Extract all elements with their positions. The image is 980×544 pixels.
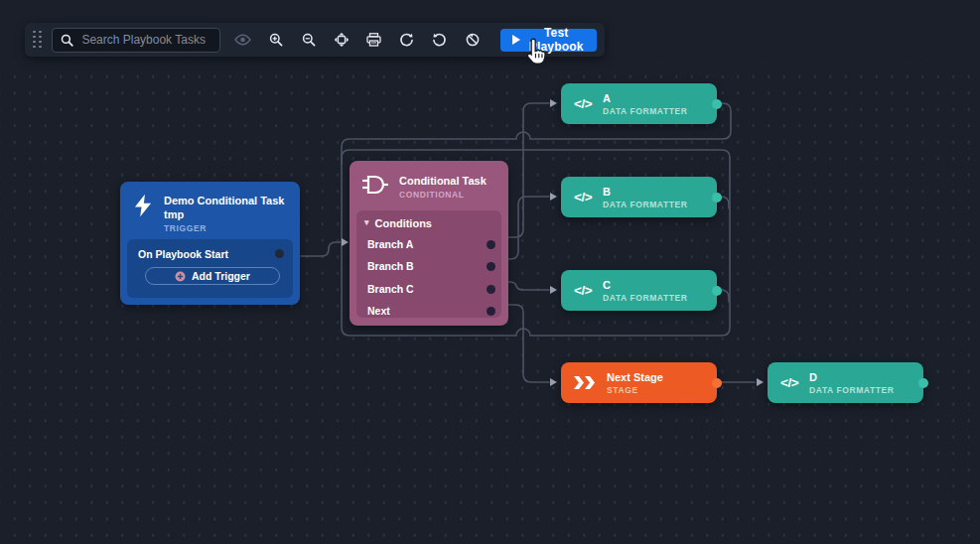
trigger-type-label: TRIGGER xyxy=(164,223,288,233)
conditional-title: Conditional Task xyxy=(399,174,487,188)
next-stage-title: Next Stage xyxy=(607,370,663,384)
trigger-output-port[interactable] xyxy=(275,249,284,258)
plus-circle-icon xyxy=(175,271,186,282)
condition-row-branch-b[interactable]: Branch B xyxy=(356,255,501,277)
code-icon: </> xyxy=(574,190,592,204)
double-chevron-icon xyxy=(574,376,596,389)
redo-icon xyxy=(399,33,414,48)
branch-c-label: Branch C xyxy=(367,283,414,295)
circle-slash-icon xyxy=(466,33,480,47)
branch-b-label: Branch B xyxy=(367,260,414,272)
visibility-button[interactable] xyxy=(226,27,259,53)
disable-button[interactable] xyxy=(456,27,489,53)
chevron-down-icon: ▾ xyxy=(364,213,369,232)
test-playbook-button[interactable]: Test Playbook xyxy=(500,29,597,52)
formatter-b-output-port[interactable] xyxy=(712,193,722,203)
formatter-a-title: A xyxy=(603,91,688,105)
condition-row-next[interactable]: Next xyxy=(356,300,501,322)
next-port[interactable] xyxy=(487,307,495,316)
node-formatter-b[interactable]: </> B DATA FORMATTER xyxy=(561,177,717,217)
trigger-body: On Playbook Start Add Trigger xyxy=(127,239,293,298)
conditions-label: Conditions xyxy=(375,214,432,233)
node-formatter-a[interactable]: </> A DATA FORMATTER xyxy=(561,83,717,124)
branch-b-port[interactable] xyxy=(487,262,495,271)
toolbar-icons xyxy=(226,27,489,53)
printer-icon xyxy=(366,33,381,47)
next-stage-output-port[interactable] xyxy=(712,378,722,388)
formatter-b-title: B xyxy=(603,185,688,199)
code-icon: </> xyxy=(574,283,592,298)
node-formatter-d[interactable]: </> D DATA FORMATTER xyxy=(768,362,923,403)
trigger-row-label: On Playbook Start xyxy=(138,248,228,260)
undo-button[interactable] xyxy=(423,27,456,53)
redo-button[interactable] xyxy=(390,27,423,53)
code-icon: </> xyxy=(780,375,798,390)
node-conditional[interactable]: Conditional Task CONDITIONAL ▾ Condition… xyxy=(350,161,508,326)
play-icon xyxy=(512,35,520,45)
test-playbook-label: Test Playbook xyxy=(527,26,585,54)
search-input[interactable] xyxy=(79,32,211,48)
lightning-icon xyxy=(134,194,152,217)
zoom-out-button[interactable] xyxy=(292,27,325,53)
code-icon: </> xyxy=(574,96,592,111)
formatter-c-type-label: DATA FORMATTER xyxy=(603,293,688,303)
next-stage-type-label: STAGE xyxy=(607,385,663,395)
zoom-in-icon xyxy=(269,33,283,47)
print-button[interactable] xyxy=(357,27,390,53)
playbook-toolbar: Test Playbook xyxy=(25,23,605,57)
condition-row-branch-a[interactable]: Branch A xyxy=(356,233,501,255)
trigger-title: Demo Conditional Task tmp xyxy=(164,194,288,221)
branch-a-label: Branch A xyxy=(367,238,413,250)
node-trigger[interactable]: Demo Conditional Task tmp TRIGGER On Pla… xyxy=(120,182,300,305)
node-formatter-c[interactable]: </> C DATA FORMATTER xyxy=(561,270,717,311)
formatter-d-type-label: DATA FORMATTER xyxy=(809,385,895,395)
branch-c-port[interactable] xyxy=(487,285,495,294)
conditions-collapse-header[interactable]: ▾ Conditions xyxy=(356,214,501,233)
trigger-row-on-playbook-start[interactable]: On Playbook Start xyxy=(127,239,293,265)
search-box[interactable] xyxy=(52,28,220,53)
conditional-type-label: CONDITIONAL xyxy=(399,190,487,200)
formatter-d-title: D xyxy=(809,370,895,384)
plug-icon xyxy=(362,174,388,196)
formatter-b-type-label: DATA FORMATTER xyxy=(603,200,688,209)
add-trigger-label: Add Trigger xyxy=(192,270,250,282)
fit-view-button[interactable] xyxy=(325,27,357,53)
formatter-a-output-port[interactable] xyxy=(712,99,722,109)
next-label: Next xyxy=(367,305,390,317)
search-icon xyxy=(61,34,73,47)
formatter-c-output-port[interactable] xyxy=(712,286,722,296)
playbook-canvas[interactable]: Test Playbook Demo Conditional Task tmp … xyxy=(0,0,980,544)
formatter-c-title: C xyxy=(603,278,688,292)
formatter-a-type-label: DATA FORMATTER xyxy=(603,106,688,116)
add-trigger-button[interactable]: Add Trigger xyxy=(145,267,280,285)
eye-icon xyxy=(234,34,251,46)
node-next-stage[interactable]: Next Stage STAGE xyxy=(561,362,717,403)
conditions-panel: ▾ Conditions Branch A Branch B Branch C … xyxy=(356,210,501,318)
zoom-in-button[interactable] xyxy=(259,27,292,53)
condition-row-branch-c[interactable]: Branch C xyxy=(356,278,501,300)
zoom-out-icon xyxy=(302,33,316,47)
fit-view-icon xyxy=(334,33,350,47)
wire-trigger-conditional xyxy=(301,242,342,256)
branch-a-port[interactable] xyxy=(487,240,495,249)
toolbar-drag-handle[interactable] xyxy=(33,31,43,49)
undo-icon xyxy=(432,33,447,48)
formatter-d-output-port[interactable] xyxy=(918,378,928,388)
